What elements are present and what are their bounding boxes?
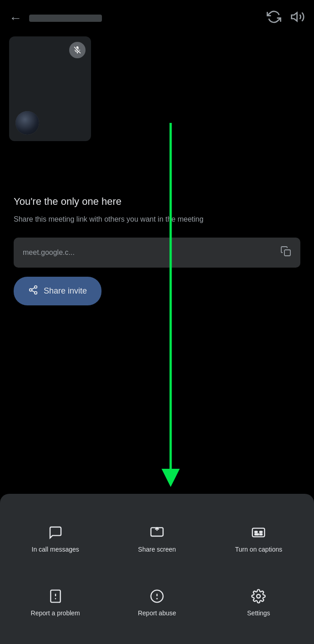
svg-point-3: [30, 289, 32, 291]
header-right: [267, 10, 305, 27]
svg-rect-16: [255, 534, 258, 535]
svg-rect-1: [284, 250, 290, 256]
report-problem-icon: [48, 589, 63, 603]
captions-label: Turn on captions: [235, 545, 282, 553]
refresh-camera-icon[interactable]: [267, 10, 281, 27]
only-one-heading: You're the only one here: [14, 196, 300, 208]
svg-marker-0: [292, 12, 297, 21]
menu-item-captions[interactable]: Turn on captions: [208, 507, 309, 571]
video-tile: [9, 36, 91, 141]
report-abuse-icon: [150, 589, 164, 603]
svg-point-2: [35, 286, 37, 289]
share-screen-icon: [150, 525, 164, 540]
in-call-messages-icon: [48, 525, 63, 540]
meeting-link-box[interactable]: meet.google.c...: [14, 238, 300, 268]
svg-line-5: [32, 290, 35, 292]
svg-rect-17: [260, 534, 262, 535]
svg-rect-15: [260, 531, 262, 532]
svg-point-4: [35, 292, 37, 294]
svg-point-23: [157, 598, 157, 599]
avatar-image: [15, 111, 39, 135]
mute-badge: [69, 42, 86, 58]
share-description: Share this meeting link with others you …: [14, 214, 300, 225]
menu-item-share-screen[interactable]: Share screen: [106, 507, 208, 571]
avatar: [15, 111, 39, 135]
svg-point-24: [257, 594, 260, 598]
in-call-messages-label: In call messages: [32, 545, 79, 553]
bottom-menu: In call messages Share screen Turn on ca…: [0, 494, 314, 644]
share-invite-button[interactable]: Share invite: [14, 277, 101, 305]
svg-rect-13: [253, 528, 265, 537]
settings-icon: [251, 589, 266, 603]
share-screen-label: Share screen: [138, 545, 176, 553]
menu-item-in-call-messages[interactable]: In call messages: [5, 507, 106, 571]
menu-item-settings[interactable]: Settings: [208, 571, 309, 635]
copy-link-icon[interactable]: [280, 246, 291, 259]
captions-icon: [251, 525, 266, 540]
meeting-link-text: meet.google.c...: [23, 248, 75, 257]
svg-point-20: [55, 598, 56, 599]
back-button[interactable]: ←: [9, 11, 22, 25]
svg-line-6: [32, 288, 35, 289]
svg-marker-8: [162, 469, 180, 487]
header: ←: [0, 0, 314, 36]
volume-icon[interactable]: [290, 10, 305, 27]
report-problem-label: Report a problem: [31, 609, 80, 617]
meeting-title-blur: [29, 15, 102, 22]
share-icon: [28, 285, 38, 297]
menu-item-report-abuse[interactable]: Report abuse: [106, 571, 208, 635]
green-arrow-annotation: [157, 123, 184, 498]
share-invite-label: Share invite: [44, 286, 87, 296]
main-content: You're the only one here Share this meet…: [0, 196, 314, 305]
menu-item-report-problem[interactable]: Report a problem: [5, 571, 106, 635]
header-left: ←: [9, 11, 102, 25]
report-abuse-label: Report abuse: [138, 609, 176, 617]
settings-label: Settings: [247, 609, 270, 617]
svg-rect-14: [255, 531, 257, 532]
